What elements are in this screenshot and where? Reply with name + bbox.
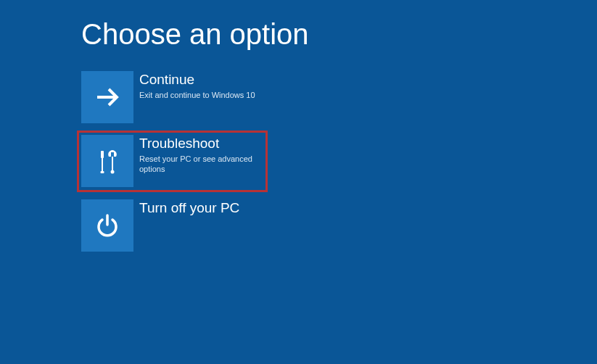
option-continue[interactable]: Continue Exit and continue to Windows 10 — [81, 71, 268, 123]
turnoff-text: Turn off your PC — [133, 199, 268, 218]
svg-point-5 — [111, 170, 115, 174]
troubleshoot-text: Troubleshoot Reset your PC or see advanc… — [133, 135, 268, 174]
continue-text: Continue Exit and continue to Windows 10 — [133, 71, 268, 100]
tools-icon — [91, 145, 123, 177]
troubleshoot-tile — [81, 135, 133, 187]
continue-title: Continue — [139, 73, 268, 88]
turnoff-tile — [81, 199, 133, 252]
option-turnoff[interactable]: Turn off your PC — [81, 199, 268, 252]
arrow-right-icon — [93, 83, 122, 112]
option-troubleshoot-wrapper: Troubleshoot Reset your PC or see advanc… — [81, 131, 268, 192]
highlight-box: Troubleshoot Reset your PC or see advanc… — [77, 131, 268, 192]
continue-tile — [81, 71, 133, 123]
svg-rect-2 — [102, 158, 103, 171]
recovery-options-screen: Choose an option Continue Exit and conti… — [0, 0, 597, 252]
option-continue-wrapper: Continue Exit and continue to Windows 10 — [81, 71, 268, 123]
option-troubleshoot[interactable]: Troubleshoot Reset your PC or see advanc… — [81, 135, 268, 187]
troubleshoot-desc: Reset your PC or see advanced options — [139, 154, 268, 175]
svg-rect-3 — [101, 171, 104, 173]
page-title: Choose an option — [81, 18, 597, 51]
svg-rect-4 — [112, 157, 113, 171]
option-turnoff-wrapper: Turn off your PC — [81, 199, 268, 252]
svg-rect-1 — [101, 151, 104, 158]
turnoff-title: Turn off your PC — [139, 201, 268, 216]
continue-desc: Exit and continue to Windows 10 — [139, 90, 268, 100]
troubleshoot-title: Troubleshoot — [139, 136, 268, 152]
power-icon — [93, 211, 122, 240]
